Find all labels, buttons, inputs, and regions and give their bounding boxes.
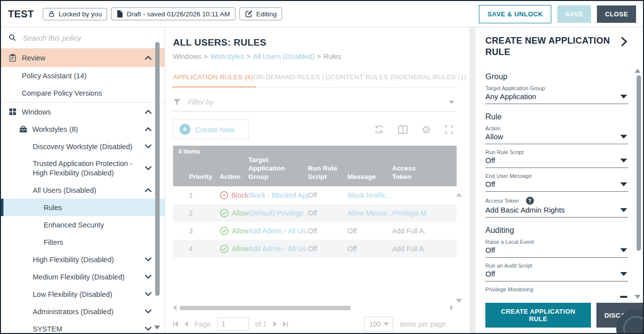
column-priority[interactable]: Priority	[189, 173, 220, 181]
cell-target-group-link[interactable]: (Default) Privilege ...	[248, 209, 308, 217]
chevron-up-icon[interactable]	[145, 188, 152, 192]
chevron-down-icon[interactable]	[145, 257, 152, 262]
chevron-down-icon[interactable]	[145, 275, 152, 279]
expand-icon[interactable]	[444, 125, 454, 134]
column-action[interactable]: Action	[220, 173, 248, 181]
sidebar-item-filters[interactable]: Filters	[1, 233, 165, 251]
columns-icon[interactable]	[398, 125, 408, 134]
panel-scroll-down-arrow[interactable]	[635, 295, 641, 299]
table-row[interactable]: 2 Allow (Default) Privilege ... Off Allo…	[173, 204, 457, 222]
sidebar-item-label: Rules	[44, 204, 62, 212]
next-page-button[interactable]	[273, 321, 277, 327]
filter-funnel-icon	[173, 99, 181, 106]
help-icon[interactable]: ?	[526, 197, 534, 205]
breadcrumb-workstyles[interactable]: Workstyles	[210, 53, 244, 60]
sidebar-item-all-users[interactable]: All Users (Disabled)	[1, 181, 165, 199]
tab-application-rules[interactable]: APPLICATION RULES (4)	[173, 73, 253, 81]
sidebar-item-medium-flexibility[interactable]: Medium Flexibility (Disabled)	[1, 268, 165, 285]
previous-page-button[interactable]	[184, 321, 188, 327]
cell-target-group-link[interactable]: Add Admin - All Us...	[248, 245, 308, 253]
column-message[interactable]: Message	[348, 173, 392, 181]
create-application-rule-button[interactable]: CREATE APPLICATION RULE	[485, 303, 591, 328]
target-application-group-select[interactable]: Target Application Group Any Application	[485, 85, 628, 104]
tab-on-demand-rules[interactable]: ON-DEMAND RULES (1)	[253, 73, 331, 81]
horizontal-scrollbar-thumb[interactable]	[179, 306, 351, 310]
breadcrumb-all-users[interactable]: All Users (Disabled)	[253, 53, 314, 60]
sidebar-scrollbar[interactable]	[155, 42, 160, 296]
sidebar-item-low-flexibility[interactable]: Low Flexibility (Disabled)	[1, 285, 165, 303]
sidebar-item-enhanced-security[interactable]: Enhanced Security	[1, 216, 165, 233]
refresh-icon[interactable]	[374, 124, 384, 134]
sidebar-item-policy-assistant[interactable]: Policy Assistant (14)	[1, 67, 165, 84]
cell-priority: 3	[189, 227, 220, 235]
tab-content-rules[interactable]: CONTENT RULES (0)	[331, 73, 399, 81]
cell-priority: 1	[189, 191, 220, 199]
sidebar-item-compare-policy-versions[interactable]: Compare Policy Versions	[1, 84, 165, 102]
sidebar-item-administrators[interactable]: Administrators (Disabled)	[1, 303, 165, 320]
first-page-button[interactable]	[173, 321, 178, 327]
cell-message-link[interactable]: Block Notific...	[348, 191, 392, 199]
table-row[interactable]: 4 Allow Add Admin - All Us... Off Off Ad…	[173, 240, 457, 258]
action-select[interactable]: Action Allow	[485, 125, 628, 144]
sidebar-item-high-flexibility[interactable]: High Flexibility (Disabled)	[1, 251, 165, 268]
cell-action: Allow	[220, 226, 248, 236]
chevron-down-icon[interactable]	[145, 309, 152, 314]
policy-tree-sidebar: Review Policy Assistant (14) Compare Pol…	[1, 27, 165, 333]
filter-input[interactable]	[188, 98, 442, 106]
table-row[interactable]: 1 Block Block - Blocked Apps Off Block N…	[173, 186, 457, 204]
table-row[interactable]: 3 Allow Add Admin - All Us... Off Off Ad…	[173, 222, 457, 240]
breadcrumb: Windows>Workstyles>All Users (Disabled)>…	[173, 53, 457, 60]
save-unlock-button[interactable]: SAVE & UNLOCK	[479, 5, 551, 23]
chevron-up-icon[interactable]	[145, 110, 152, 114]
chevron-up-icon[interactable]	[145, 127, 152, 131]
table-scroll-up-arrow[interactable]	[456, 193, 462, 197]
clipped-chevron-down-icon	[620, 296, 627, 298]
collapse-panel-chevron-right-icon[interactable]	[620, 37, 628, 47]
chevron-down-icon[interactable]	[145, 327, 152, 331]
scroll-right-arrow[interactable]	[450, 305, 454, 311]
column-access-token[interactable]: Access Token	[392, 165, 419, 181]
sidebar-item-workstyles[interactable]: Workstyles (8)	[1, 120, 165, 138]
chevron-down-icon[interactable]	[145, 166, 152, 170]
sidebar-item-windows[interactable]: Windows	[1, 103, 165, 120]
save-button[interactable]: SAVE	[557, 5, 591, 23]
column-run-rule-script[interactable]: Run Rule Script	[308, 165, 339, 181]
sidebar-item-trusted-application-protection[interactable]: Trusted Application Protection - High Fl…	[1, 155, 165, 181]
end-user-message-select[interactable]: End User Message Off	[485, 173, 628, 192]
sidebar-item-review[interactable]: Review	[1, 49, 165, 67]
sidebar-item-discovery-workstyle[interactable]: Discovery Workstyle (Disabled)	[1, 138, 165, 155]
raise-local-event-select[interactable]: Raise a Local Event Off	[485, 239, 628, 258]
panel-scroll-up-arrow[interactable]	[635, 69, 641, 73]
sidebar-item-label: Enhanced Security	[44, 221, 104, 229]
sidebar-item-label: All Users (Disabled)	[33, 186, 96, 194]
access-token-select[interactable]: Access Token ? Add Basic Admin Rights	[485, 197, 628, 218]
create-new-button[interactable]: + Create New	[173, 119, 249, 139]
run-rule-script-select[interactable]: Run Rule Script Off	[485, 149, 628, 168]
items-per-page-select[interactable]: 100	[364, 317, 393, 332]
page-number-input[interactable]	[217, 317, 249, 331]
tab-general-rules[interactable]: GENERAL RULES (1)	[399, 73, 466, 81]
chevron-down-icon[interactable]	[145, 292, 152, 296]
filter-dropdown-caret-icon[interactable]	[449, 101, 455, 104]
cell-target-group-link[interactable]: Block - Blocked Apps	[248, 191, 308, 199]
last-page-button[interactable]	[283, 321, 288, 327]
search-input[interactable]	[23, 34, 157, 42]
panel-scrollbar[interactable]	[637, 75, 641, 251]
cell-message-link[interactable]: Allow Messa...	[348, 209, 392, 217]
close-button[interactable]: CLOSE	[597, 5, 636, 23]
table-header-row: Priority Action Target Application Group…	[173, 155, 457, 186]
chevron-down-icon[interactable]	[145, 144, 152, 149]
gear-icon[interactable]: ⚙	[421, 124, 431, 135]
table-scroll-down-arrow[interactable]	[456, 299, 462, 303]
run-audit-script-select[interactable]: Run an Audit Script Off	[485, 263, 628, 281]
cell-target-group-link[interactable]: Add Admin - All Us...	[248, 227, 308, 235]
sidebar-scroll-down-arrow[interactable]	[154, 326, 160, 330]
column-target-application-group[interactable]: Target Application Group	[248, 156, 304, 181]
chevron-up-icon[interactable]	[145, 56, 152, 60]
scroll-left-arrow[interactable]	[173, 305, 176, 311]
draft-badge-label: Draft - saved 01/26/2026 10:11 AM	[126, 10, 230, 18]
sidebar-item-rules[interactable]: Rules	[1, 199, 165, 216]
privilege-monitoring-select[interactable]: Privilege Monitoring	[485, 286, 628, 298]
cell-access-token-link[interactable]: Privilege M	[392, 209, 457, 217]
sidebar-item-system[interactable]: SYSTEM	[1, 320, 165, 333]
